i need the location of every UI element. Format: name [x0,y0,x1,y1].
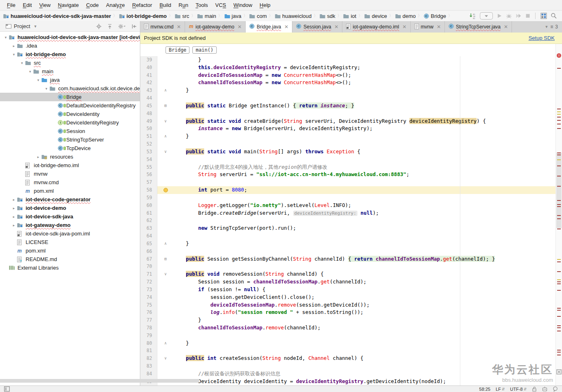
line-number[interactable]: 55 [140,163,157,171]
menu-item-view[interactable]: View [35,1,54,9]
code-line-72[interactable]: 72 Session session = channelIdToSessionM… [140,278,556,286]
line-number[interactable]: 42 [140,79,157,87]
code-editor[interactable]: 39 }40 this.deviceIdentityRegistry = dev… [140,56,562,385]
code-line-73[interactable]: 73 if (session != null) { [140,286,556,294]
code-text[interactable]: public static void main(String[] args) t… [174,148,556,156]
chevron-down-icon[interactable]: ▾ [35,78,41,82]
line-number[interactable]: 66 [140,248,157,255]
code-text[interactable] [174,179,556,186]
menu-item-window[interactable]: Window [230,1,256,9]
code-text[interactable]: //根据设备识别码获取设备标识信息 [174,370,556,378]
scrollbar-thumb[interactable] [556,152,562,228]
warning-mark[interactable] [557,111,561,112]
line-separator-widget[interactable]: LF⇵ [496,387,505,392]
code-text[interactable] [174,194,556,202]
code-text[interactable]: instance = new Bridge(serverUri, deviceI… [174,125,556,133]
code-line-79[interactable]: 79 [140,332,556,340]
error-mark[interactable] [557,331,561,331]
close-icon[interactable]: ✕ [237,24,242,30]
code-text[interactable]: public void removeSession(String channel… [174,270,556,278]
tab-Session.java[interactable]: CSession.java✕ [292,21,342,33]
error-mark[interactable] [557,352,561,353]
collapse-all-icon[interactable] [107,24,113,29]
tab-StringTcpServer.java[interactable]: CStringTcpServer.java✕ [445,21,512,33]
error-mark[interactable] [557,281,561,282]
tree-item-LICENSE[interactable]: LICENSE [0,238,140,246]
tree-item-Bridge[interactable]: CBridge [0,93,140,101]
line-number[interactable]: 39 [140,56,157,64]
menu-item-edit[interactable]: Edit [19,1,35,9]
line-number[interactable]: 52 [140,140,157,148]
run-icon[interactable] [497,13,502,19]
menu-item-refactor[interactable]: Refactor [129,1,156,9]
tree-item-DefaultDeviceIdentityRegistry[interactable]: CDefaultDeviceIdentityRegistry [0,101,140,110]
code-line-53[interactable]: 53∨ public static void main(String[] arg… [140,148,556,156]
line-number[interactable]: 51 [140,133,157,140]
line-number[interactable]: 75 [140,301,157,309]
tree-item-mvnw.cmd[interactable]: mvnw.cmd [0,178,140,187]
code-text[interactable] [174,362,556,370]
code-line-50[interactable]: 50 instance = new Bridge(serverUri, devi… [140,125,556,133]
menu-item-file[interactable]: File [3,1,19,9]
line-number[interactable]: 74 [140,294,157,301]
code-text[interactable]: log.info("session removed " + session.to… [174,309,556,316]
fold-marker[interactable]: ∧ [157,133,174,140]
code-text[interactable]: session.getDeviceClient().close(); [174,294,556,301]
tool-windows-icon[interactable] [540,13,547,19]
code-line-49[interactable]: 49∨ public static void createBridge(Stri… [140,118,556,125]
tree-item-iot-device-demo[interactable]: ▸iot-device-demo [0,204,140,212]
line-number[interactable]: 61 [140,209,157,217]
breadcrumb-item-java[interactable]: java [224,13,242,19]
code-line-75[interactable]: 75 deviceIdToSesseionMap.remove(session.… [140,301,556,309]
locate-icon[interactable] [96,24,102,29]
close-icon[interactable]: ✕ [284,24,288,30]
toolwindow-toggle-icon[interactable] [4,386,10,392]
code-line-48[interactable]: 48 [140,110,556,118]
line-number[interactable]: 84 [140,370,157,378]
code-line-42[interactable]: 42 channelIdToSessionMap = new Concurren… [140,79,556,87]
caret-position[interactable]: 58:25 [479,387,490,392]
tree-item-iot-device-code-generator[interactable]: ▸iot-device-code-generator [0,195,140,204]
line-number[interactable]: 48 [140,110,157,118]
error-mark[interactable] [557,229,561,229]
error-mark[interactable] [557,186,561,187]
breadcrumb-class-chip[interactable]: Bridge [166,46,190,54]
code-text[interactable] [174,156,556,163]
line-number[interactable]: 58 [140,186,157,194]
menu-item-code[interactable]: Code [83,1,102,9]
breadcrumb-item-huaweicloud[interactable]: huaweicloud [275,13,311,19]
tab-iot-gateway-demo[interactable]: miot-gateway-demo✕ [185,21,246,33]
fold-marker[interactable]: ∨ [157,270,174,278]
tree-item-.idea[interactable]: ▸.idea [0,41,140,50]
tree-item-mvnw[interactable]: mvnw [0,170,140,178]
close-icon[interactable]: ✕ [437,24,441,30]
line-number[interactable]: 70 [140,263,157,270]
code-text[interactable]: int port = 8080; [174,186,556,194]
breadcrumb-item-iot[interactable]: iot [343,13,356,19]
error-mark[interactable] [557,325,561,326]
menu-item-build[interactable]: Build [156,1,175,9]
chevron-right-icon[interactable]: ▸ [11,215,17,219]
code-text[interactable] [174,110,556,118]
code-text[interactable]: channelIdToSessionMap = new ConcurrentHa… [174,79,556,87]
tab-mvnw.cmd[interactable]: mvnw.cmd✕ [140,21,185,33]
line-number[interactable]: 56 [140,171,157,179]
error-mark[interactable] [557,176,561,176]
error-mark[interactable] [557,316,561,317]
code-text[interactable] [174,332,556,340]
fold-marker[interactable]: ∧ [157,87,174,94]
code-line-76[interactable]: 76 log.info("session removed " + session… [140,309,556,316]
tree-item-main[interactable]: ▾main [0,67,140,76]
code-line-74[interactable]: 74 session.getDeviceClient().close(); [140,294,556,301]
error-mark[interactable] [557,155,561,155]
code-text[interactable]: } [174,133,556,140]
chevron-down-icon[interactable]: ▾ [2,35,9,39]
code-text[interactable]: } [174,87,556,94]
fold-marker[interactable]: ∨ [157,148,174,156]
breadcrumb-item-com[interactable]: com [249,13,267,19]
chevron-down-icon[interactable]: ▾ [19,61,25,65]
line-number[interactable]: 40 [140,64,157,72]
line-number[interactable]: 79 [140,332,157,340]
code-line-43[interactable]: 43∧ } [140,87,556,94]
code-text[interactable] [174,248,556,255]
